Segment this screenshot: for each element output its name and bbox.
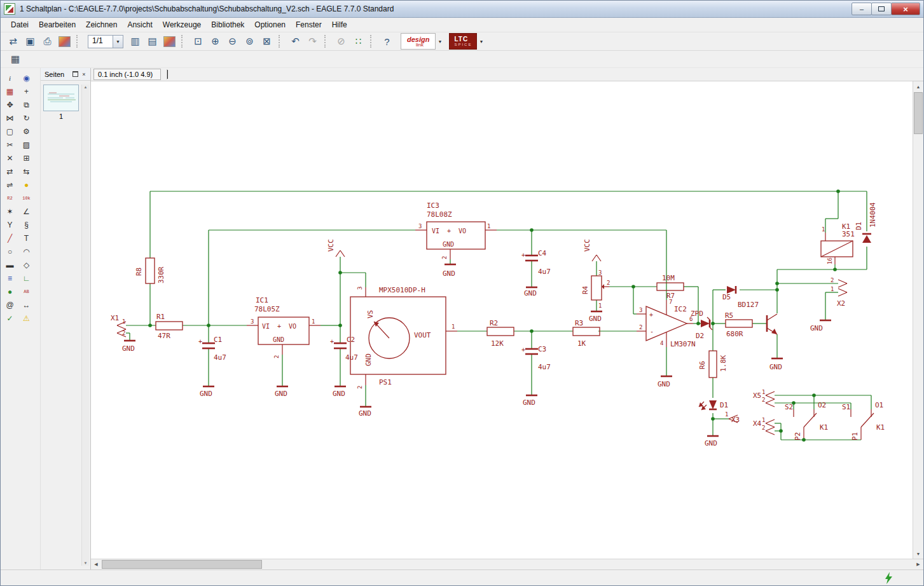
tool-bus-icon[interactable]: ≡ <box>3 272 17 285</box>
schematic-label[interactable]: C1 <box>214 336 222 344</box>
schematic-label[interactable]: C2 <box>347 336 355 344</box>
schematic-label[interactable]: R6 <box>698 361 707 369</box>
schematic-label[interactable]: 2 <box>762 397 765 403</box>
schematic-label[interactable]: VOUT <box>414 331 431 339</box>
schematic-label[interactable]: 351 <box>842 230 855 238</box>
zoom-select-icon[interactable]: ⊠ <box>259 34 275 50</box>
part-line[interactable] <box>707 317 710 320</box>
sheet-selector-dropdown-icon[interactable]: ▼ <box>113 36 123 48</box>
junction-dot[interactable] <box>711 417 715 421</box>
schematic-label[interactable]: + <box>447 228 451 235</box>
schematic-label[interactable]: X1 <box>111 314 119 322</box>
schematic-label[interactable]: 4u7 <box>538 363 551 371</box>
menu-fenster[interactable]: Fenster <box>291 19 327 31</box>
part-line[interactable] <box>767 314 777 320</box>
schematic-label[interactable]: 2 <box>831 277 834 283</box>
schematic-label[interactable]: S1 <box>842 403 850 411</box>
part-body[interactable] <box>591 276 602 300</box>
tool-net-icon[interactable]: ∟ <box>19 272 34 285</box>
schematic-label[interactable]: VO <box>289 323 296 330</box>
schematic-label[interactable]: 12K <box>491 339 504 348</box>
tool-add-icon[interactable]: ⊞ <box>19 152 34 165</box>
menu-bibliothek[interactable]: Bibliothek <box>206 19 249 31</box>
menu-hilfe[interactable]: Hilfe <box>327 19 352 31</box>
schematic-label[interactable]: 4u7 <box>345 353 358 362</box>
schematic-label[interactable]: 7 <box>669 299 672 305</box>
schematic-label[interactable]: R1 <box>156 313 165 321</box>
tool-name-icon[interactable]: R2 <box>3 192 17 205</box>
schematic-label[interactable]: 3 <box>357 287 363 290</box>
close-button[interactable]: × <box>891 3 920 15</box>
schematic-label[interactable]: 2 <box>357 386 363 389</box>
part-line[interactable] <box>766 423 775 427</box>
junction-dot[interactable] <box>696 322 700 325</box>
schematic-label[interactable]: D2 <box>696 332 704 340</box>
tool-smash-icon[interactable]: ✶ <box>3 205 17 218</box>
schematic-label[interactable]: 1 <box>598 303 602 309</box>
schematic-label[interactable]: VCC <box>583 239 591 252</box>
tool-mirror-icon[interactable]: ⋈ <box>3 112 17 125</box>
part-line[interactable] <box>766 399 775 403</box>
junction-dot[interactable] <box>207 324 210 327</box>
tool-dimension-icon[interactable]: ↔ <box>19 299 34 311</box>
schematic-label[interactable]: GND <box>769 363 782 371</box>
part-line[interactable] <box>838 289 847 292</box>
tool-split-icon[interactable]: Y <box>3 219 17 231</box>
schematic-label[interactable]: 4u7 <box>214 353 226 362</box>
schematic-label[interactable]: R4 <box>581 285 590 294</box>
schematic-label[interactable]: 47R <box>158 332 170 340</box>
schematic-label[interactable]: VO <box>459 228 466 235</box>
tool-wire-icon[interactable]: ╱ <box>3 232 17 245</box>
part-line[interactable] <box>766 431 775 435</box>
part-body[interactable] <box>156 322 183 330</box>
undo-icon[interactable]: ↶ <box>287 34 303 50</box>
schematic-label[interactable]: X2 <box>837 299 845 308</box>
part-line[interactable] <box>766 403 775 407</box>
schematic-label[interactable]: 2 <box>273 355 280 358</box>
tool-delete-icon[interactable]: ✕ <box>3 152 17 165</box>
schematic-label[interactable]: GND <box>658 380 670 388</box>
tool-junction-icon[interactable]: ● <box>3 285 17 298</box>
schematic-label[interactable]: 3 <box>639 307 642 313</box>
board-switch-icon[interactable]: ⇄ <box>5 34 21 50</box>
schematic-label[interactable]: 10M <box>662 274 675 282</box>
part-line[interactable] <box>596 255 601 261</box>
schematic-label[interactable]: 78L08Z <box>427 210 452 219</box>
schematic-label[interactable]: 1 <box>487 223 490 229</box>
schematic-label[interactable]: 1 <box>762 417 765 423</box>
zoom-in-icon[interactable]: ⊕ <box>207 34 223 50</box>
junction-dot[interactable] <box>530 228 534 232</box>
menu-bearbeiten[interactable]: Bearbeiten <box>34 19 81 31</box>
schematic-label[interactable]: 1 <box>831 286 834 292</box>
run-script-icon[interactable]: ▤ <box>144 34 160 50</box>
part-body[interactable] <box>726 320 752 327</box>
schematic-label[interactable]: GND <box>589 315 602 323</box>
junction-dot[interactable] <box>833 268 837 271</box>
part-poly[interactable] <box>862 235 871 243</box>
tool-info-icon[interactable]: i <box>3 72 17 85</box>
schematic-label[interactable]: VCC <box>327 239 335 252</box>
schematic-label[interactable]: MPX5010DP-H <box>379 286 425 294</box>
schematic-label[interactable]: IC1 <box>256 296 268 304</box>
tool-circle-icon[interactable]: ○ <box>3 245 17 258</box>
part-line[interactable] <box>592 255 596 261</box>
part-line[interactable] <box>838 283 847 287</box>
tool-label-icon[interactable]: AB <box>19 285 34 298</box>
zoom-fit-icon[interactable]: ⊡ <box>190 34 206 50</box>
schematic-label[interactable]: 680R <box>726 330 743 338</box>
ltcspice-button[interactable]: LTCSPICE <box>449 33 477 50</box>
junction-dot[interactable] <box>711 322 715 325</box>
schematic-label[interactable]: 1N4004 <box>869 202 877 228</box>
schematic-label[interactable]: 2 <box>607 280 610 286</box>
schematic-label[interactable]: GND <box>524 289 537 297</box>
part-line[interactable] <box>340 250 345 257</box>
schematic-canvas[interactable]: X112GNDR147RR8330RC14u7+GNDIC178L05ZVI+V… <box>91 81 913 559</box>
junction-dot[interactable] <box>836 189 840 193</box>
tool-value-icon[interactable]: 10k <box>19 192 34 205</box>
schematic-label[interactable]: VS <box>366 310 375 318</box>
schematic-label[interactable]: GND <box>443 241 454 248</box>
junction-dot[interactable] <box>148 324 152 327</box>
tool-erc-icon[interactable]: ✓ <box>3 312 17 325</box>
part-body[interactable] <box>487 327 514 336</box>
horizontal-scrollbar[interactable]: ◀ ▶ <box>91 559 923 569</box>
